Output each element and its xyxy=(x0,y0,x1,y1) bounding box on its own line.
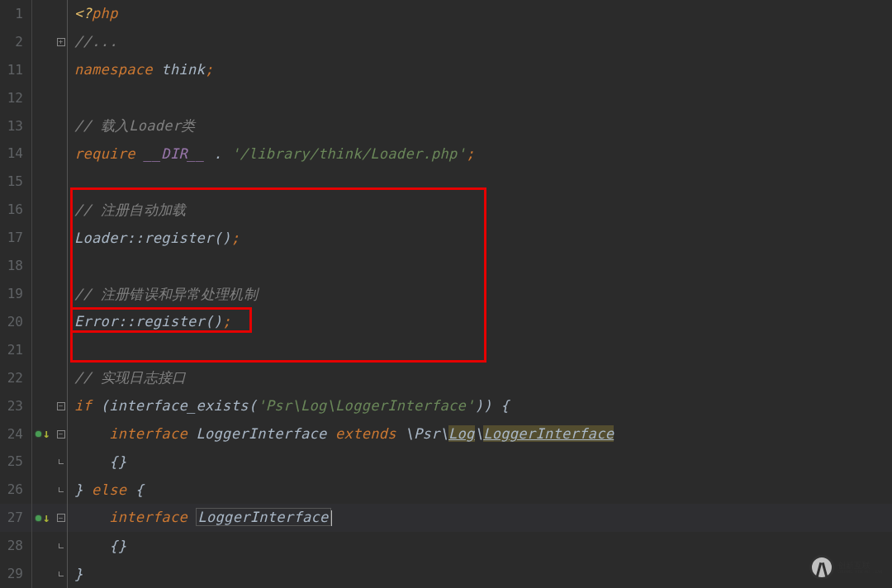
fold-gutter xyxy=(55,56,68,84)
line-number: 27 xyxy=(0,511,31,524)
code-line[interactable]: 16// 注册自动加载 xyxy=(0,196,892,224)
fold-collapse-icon[interactable]: − xyxy=(57,430,65,439)
fold-gutter xyxy=(55,336,68,364)
fold-gutter xyxy=(55,112,68,140)
line-number: 18 xyxy=(0,259,31,273)
status-gutter: ↓ xyxy=(31,512,55,524)
line-number: 13 xyxy=(0,120,31,133)
line-number: 16 xyxy=(0,203,31,216)
line-number: 1 xyxy=(0,7,31,21)
code-content[interactable]: Error::register(); xyxy=(68,315,231,329)
fold-end-icon xyxy=(59,543,64,548)
code-line[interactable]: 18 xyxy=(0,252,892,280)
line-number: 19 xyxy=(0,287,31,301)
line-number: 20 xyxy=(0,315,31,329)
fold-end-icon xyxy=(59,487,64,492)
code-line[interactable]: 23−if (interface_exists('Psr\Log\LoggerI… xyxy=(0,392,892,420)
code-content[interactable]: Loader::register(); xyxy=(68,231,240,245)
line-number: 29 xyxy=(0,567,31,581)
line-number: 25 xyxy=(0,455,31,468)
code-content[interactable]: interface LoggerInterface xyxy=(68,510,332,526)
line-number: 22 xyxy=(0,372,31,385)
code-line[interactable]: 25 {} xyxy=(0,448,892,477)
code-content[interactable]: {} xyxy=(68,539,126,553)
line-number: 28 xyxy=(0,539,31,552)
code-content[interactable]: namespace think; xyxy=(68,63,214,77)
code-line[interactable]: 24↓− interface LoggerInterface extends \… xyxy=(0,420,892,448)
fold-expand-icon[interactable]: + xyxy=(57,38,65,46)
fold-gutter xyxy=(55,308,68,336)
fold-gutter xyxy=(55,364,68,392)
code-content[interactable]: // 实现日志接口 xyxy=(68,371,186,385)
code-content[interactable]: //... xyxy=(68,35,118,49)
fold-gutter[interactable] xyxy=(55,448,68,477)
code-line[interactable]: 19// 注册错误和异常处理机制 xyxy=(0,280,892,308)
fold-collapse-icon[interactable]: − xyxy=(57,402,65,410)
fold-gutter[interactable] xyxy=(55,560,68,588)
line-number: 12 xyxy=(0,92,31,105)
code-content[interactable]: interface LoggerInterface extends \Psr\L… xyxy=(68,427,614,441)
code-line[interactable]: 1<?php xyxy=(0,0,892,28)
fold-gutter xyxy=(55,252,68,280)
fold-gutter xyxy=(55,168,68,196)
code-content[interactable]: // 注册自动加载 xyxy=(68,203,186,217)
line-number: 17 xyxy=(0,231,31,244)
code-line[interactable]: 14require __DIR__ . '/library/think/Load… xyxy=(0,140,892,168)
fold-end-icon xyxy=(59,459,64,464)
code-content[interactable]: require __DIR__ . '/library/think/Loader… xyxy=(68,147,475,161)
fold-gutter[interactable] xyxy=(55,532,68,560)
line-number: 14 xyxy=(0,147,31,160)
code-content[interactable]: // 注册错误和异常处理机制 xyxy=(68,287,258,301)
fold-gutter xyxy=(55,196,68,224)
code-content[interactable]: // 载入Loader类 xyxy=(68,119,196,133)
code-line[interactable]: 15 xyxy=(0,168,892,196)
fold-gutter[interactable]: − xyxy=(55,504,68,532)
code-line[interactable]: 27↓− interface LoggerInterface xyxy=(0,504,892,532)
code-line[interactable]: 28 {} xyxy=(0,532,892,560)
code-line[interactable]: 12 xyxy=(0,84,892,112)
code-line[interactable]: 17Loader::register(); xyxy=(0,224,892,252)
code-line[interactable]: 22// 实现日志接口 xyxy=(0,364,892,392)
fold-gutter xyxy=(55,0,68,28)
code-line[interactable]: 20Error::register(); xyxy=(0,308,892,336)
line-number: 21 xyxy=(0,344,31,357)
code-content[interactable]: } else { xyxy=(68,483,144,497)
code-content[interactable]: } xyxy=(68,567,83,581)
line-number: 26 xyxy=(0,483,31,496)
fold-gutter[interactable]: − xyxy=(55,420,68,448)
line-number: 15 xyxy=(0,175,31,188)
code-line[interactable]: 21 xyxy=(0,336,892,364)
logo-icon xyxy=(809,555,834,580)
line-number: 23 xyxy=(0,400,31,413)
brand-logo: 创新互联 CHUANG XIN HU LIAN xyxy=(809,553,884,581)
fold-gutter xyxy=(55,140,68,168)
text-cursor xyxy=(330,510,332,526)
fold-gutter[interactable]: − xyxy=(55,392,68,420)
fold-gutter xyxy=(55,224,68,252)
code-line[interactable]: 2+//... xyxy=(0,28,892,56)
fold-gutter[interactable] xyxy=(55,476,68,504)
fold-gutter xyxy=(55,280,68,308)
line-number: 11 xyxy=(0,64,31,77)
code-editor[interactable]: 1<?php2+//...11namespace think;1213// 载入… xyxy=(0,0,892,588)
code-line[interactable]: 11namespace think; xyxy=(0,56,892,84)
line-number: 2 xyxy=(0,36,31,49)
code-line[interactable]: 26} else { xyxy=(0,476,892,504)
code-content[interactable]: {} xyxy=(68,455,126,469)
logo-text-bottom: CHUANG XIN HU LIAN xyxy=(837,570,882,575)
status-gutter: ↓ xyxy=(31,428,55,440)
interface-status-icon[interactable]: ↓ xyxy=(36,428,50,440)
fold-gutter[interactable]: + xyxy=(55,28,68,56)
fold-end-icon xyxy=(59,571,64,576)
code-line[interactable]: 29} xyxy=(0,560,892,588)
fold-gutter xyxy=(55,84,68,112)
fold-collapse-icon[interactable]: − xyxy=(57,514,65,522)
code-line[interactable]: 13// 载入Loader类 xyxy=(0,112,892,140)
code-content[interactable]: <?php xyxy=(68,7,118,21)
line-number: 24 xyxy=(0,428,31,441)
code-content[interactable]: if (interface_exists('Psr\Log\LoggerInte… xyxy=(68,399,510,413)
interface-status-icon[interactable]: ↓ xyxy=(36,512,50,524)
